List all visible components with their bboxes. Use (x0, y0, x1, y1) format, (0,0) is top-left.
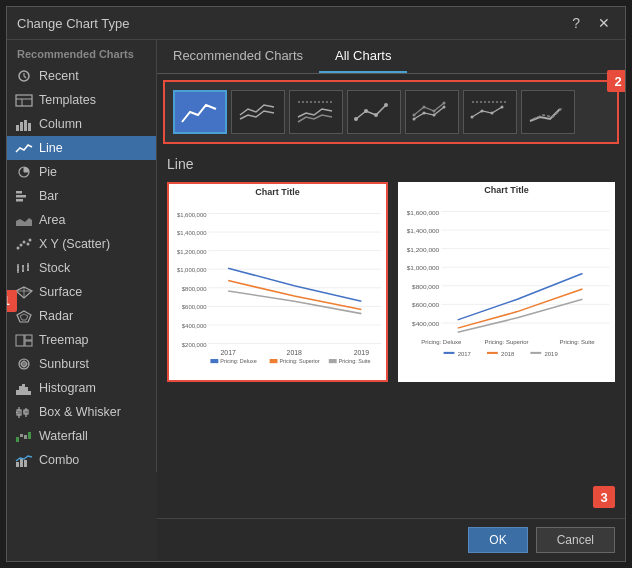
svg-text:Pricing: Deluxe: Pricing: Deluxe (220, 358, 256, 364)
pie-icon (15, 165, 33, 179)
svg-text:Pricing: Superior: Pricing: Superior (484, 339, 528, 345)
tab-all-charts[interactable]: All Charts (319, 40, 407, 73)
bar-icon (15, 189, 33, 203)
content-area: Recommended Charts All Charts 2 (157, 40, 625, 561)
sidebar-item-templates[interactable]: Templates (7, 88, 156, 112)
sidebar-item-histogram[interactable]: Histogram (7, 376, 156, 400)
sidebar-item-scatter[interactable]: X Y (Scatter) (7, 232, 156, 256)
svg-rect-43 (22, 384, 25, 395)
sidebar-item-bar[interactable]: Bar (7, 184, 156, 208)
sidebar-label-surface: Surface (39, 285, 82, 299)
sidebar-item-combo[interactable]: Combo (7, 448, 156, 472)
svg-point-18 (27, 242, 30, 245)
svg-text:$1,000,000: $1,000,000 (177, 267, 207, 273)
chart-icon-stacked-line[interactable] (231, 90, 285, 134)
svg-rect-54 (24, 435, 27, 439)
svg-rect-1 (16, 95, 32, 106)
sidebar-item-stock[interactable]: Stock (7, 256, 156, 280)
svg-point-17 (23, 240, 26, 243)
svg-rect-55 (28, 432, 31, 439)
svg-rect-98 (270, 359, 278, 363)
svg-text:$800,000: $800,000 (412, 283, 440, 290)
sidebar-label-pie: Pie (39, 165, 57, 179)
svg-text:$1,000,000: $1,000,000 (407, 264, 440, 271)
sidebar-label-line: Line (39, 141, 63, 155)
svg-rect-45 (28, 391, 31, 395)
svg-rect-52 (16, 437, 19, 442)
ok-button[interactable]: OK (468, 527, 527, 553)
sidebar-item-waterfall[interactable]: Waterfall (7, 424, 156, 448)
chart-icon-100-stacked-line[interactable] (289, 90, 343, 134)
badge-3: 3 (593, 486, 615, 508)
svg-rect-12 (16, 195, 26, 198)
sidebar-item-sunburst[interactable]: Sunburst (7, 352, 156, 376)
sidebar-item-area[interactable]: Area (7, 208, 156, 232)
help-button[interactable]: ? (567, 13, 585, 33)
svg-text:2018: 2018 (287, 349, 302, 356)
sidebar-recommended-header: Recommended Charts (7, 40, 156, 64)
histogram-icon (15, 381, 33, 395)
sidebar-item-treemap[interactable]: Treemap (7, 328, 156, 352)
sidebar-label-radar: Radar (39, 309, 73, 323)
sidebar-item-line[interactable]: Line (7, 136, 156, 160)
svg-rect-42 (19, 386, 22, 395)
svg-text:$1,400,000: $1,400,000 (407, 227, 440, 234)
chart-icon-line[interactable] (173, 90, 227, 134)
svg-rect-7 (28, 123, 31, 131)
sidebar-wrapper: 1 Recommended Charts Recent (7, 40, 157, 561)
dialog-title: Change Chart Type (17, 16, 130, 31)
svg-point-68 (413, 114, 416, 117)
svg-rect-34 (16, 335, 24, 346)
chart-icon-100-stacked-markers[interactable] (463, 90, 517, 134)
box-whisker-icon (15, 405, 33, 419)
sidebar-item-column[interactable]: Column (7, 112, 156, 136)
chart-preview-selected[interactable]: Chart Title $1,600,000 $1,400,000 $1,200… (167, 182, 388, 382)
sidebar-label-column: Column (39, 117, 82, 131)
badge-1: 1 (7, 290, 17, 312)
sidebar: Recommended Charts Recent (7, 40, 157, 472)
sidebar-label-sunburst: Sunburst (39, 357, 89, 371)
svg-point-16 (20, 243, 23, 246)
recent-icon (15, 69, 33, 83)
svg-text:$1,200,000: $1,200,000 (177, 249, 207, 255)
svg-rect-56 (16, 462, 19, 467)
cancel-button[interactable]: Cancel (536, 527, 615, 553)
svg-text:$200,000: $200,000 (182, 342, 207, 348)
close-button[interactable]: ✕ (593, 13, 615, 33)
sidebar-label-bar: Bar (39, 189, 58, 203)
svg-point-61 (364, 109, 368, 113)
svg-point-63 (384, 103, 388, 107)
sidebar-item-pie[interactable]: Pie (7, 160, 156, 184)
svg-point-60 (354, 117, 358, 121)
sunburst-icon (15, 357, 33, 371)
tab-recommended[interactable]: Recommended Charts (157, 40, 319, 73)
column-icon (15, 117, 33, 131)
sidebar-item-radar[interactable]: Radar (7, 304, 156, 328)
sidebar-item-recent[interactable]: Recent (7, 64, 156, 88)
sidebar-item-surface[interactable]: Surface (7, 280, 156, 304)
svg-text:2019: 2019 (354, 349, 369, 356)
svg-text:$1,400,000: $1,400,000 (177, 230, 207, 236)
combo-icon (15, 453, 33, 467)
chart-icon-stacked-markers[interactable] (405, 90, 459, 134)
change-chart-type-dialog: Change Chart Type ? ✕ 1 Recommended Char… (6, 6, 626, 562)
sidebar-label-combo: Combo (39, 453, 79, 467)
scatter-icon (15, 237, 33, 251)
svg-text:$800,000: $800,000 (182, 286, 207, 292)
chart-icon-3d-line[interactable] (521, 90, 575, 134)
sidebar-label-stock: Stock (39, 261, 70, 275)
svg-text:Pricing: Deluxe: Pricing: Deluxe (421, 339, 461, 345)
templates-icon (15, 93, 33, 107)
svg-point-19 (29, 238, 32, 241)
sidebar-item-boxwhisker[interactable]: Box & Whisker (7, 400, 156, 424)
sidebar-label-boxwhisker: Box & Whisker (39, 405, 121, 419)
surface-icon (15, 285, 33, 299)
chart-preview-2[interactable]: Chart Title $1,600,000 $1,400,000 $1,200… (398, 182, 615, 382)
chart-preview-svg: $1,600,000 $1,400,000 $1,200,000 $1,000,… (169, 198, 386, 358)
chart-icon-line-markers[interactable] (347, 90, 401, 134)
svg-marker-14 (16, 218, 32, 226)
svg-point-71 (443, 102, 446, 105)
svg-text:Pricing: Suite: Pricing: Suite (339, 358, 371, 364)
svg-text:Pricing: Suite: Pricing: Suite (559, 339, 594, 345)
waterfall-icon (15, 429, 33, 443)
